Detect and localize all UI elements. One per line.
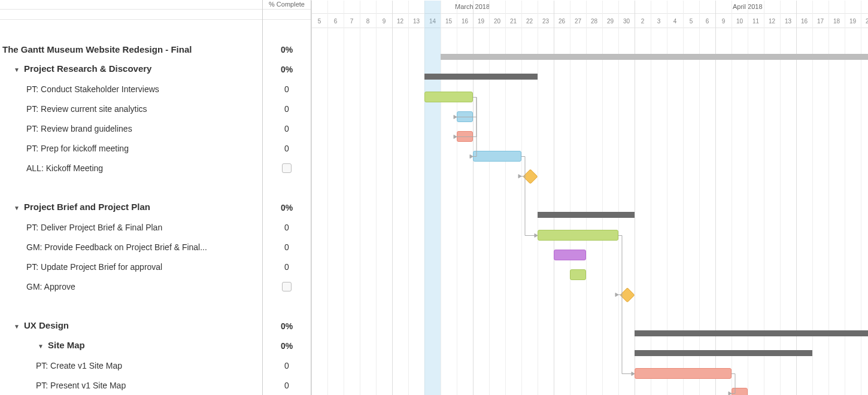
pct-complete-value: 0 [284, 84, 289, 94]
group-row[interactable]: ▼Project Brief and Project Plan [0, 198, 262, 217]
timeline-day-label: 23 [538, 14, 554, 28]
task-row[interactable]: PT: Review current site analytics [0, 99, 262, 118]
task-row[interactable]: PT: Prep for kickoff meeting [0, 138, 262, 158]
gantt-summary-bar[interactable] [538, 212, 635, 218]
pct-complete-value: 0% [281, 203, 293, 212]
timeline-day-label: 13 [780, 14, 796, 28]
task-row[interactable]: PT: Update Project Brief for approval [0, 257, 262, 276]
task-name-label: The Gantt Museum Website Redesign - Fina… [2, 44, 192, 54]
gantt-milestone[interactable] [620, 287, 635, 302]
gantt-task-bar[interactable] [538, 230, 618, 241]
gantt-summary-bar[interactable] [635, 350, 812, 356]
task-name-label: UX Design [24, 320, 69, 330]
gantt-task-bar[interactable] [424, 92, 473, 102]
task-name-label: PT: Deliver Project Brief & Final Plan [26, 223, 162, 232]
pct-complete-value: 0 [284, 104, 289, 114]
gantt-summary-bar[interactable] [441, 54, 868, 60]
timeline-day-label: 12 [392, 14, 408, 28]
gantt-task-bar[interactable] [554, 250, 586, 260]
task-name-label: PT: Prep for kickoff meeting [26, 144, 129, 153]
milestone-checkbox[interactable] [282, 163, 292, 173]
group-row[interactable]: ▼Site Map [0, 336, 262, 356]
gantt-timeline[interactable]: March 2018April 2018 5678912131415161920… [311, 0, 868, 395]
task-name-label: PT: Conduct Stakeholder Interviews [26, 84, 159, 94]
task-row[interactable]: PT: Create v1 Site Map [0, 356, 262, 375]
timeline-day-label: 11 [748, 14, 764, 28]
timeline-day-label: 22 [521, 14, 538, 28]
gantt-task-bar[interactable] [457, 131, 473, 142]
gantt-task-bar[interactable] [635, 368, 732, 379]
timeline-day-label: 5 [683, 14, 699, 28]
task-row[interactable]: PT: Present v1 Site Map [0, 375, 262, 395]
task-row[interactable]: PT: Review brand guidelines [0, 118, 262, 138]
task-name-label: PT: Present v1 Site Map [36, 381, 126, 390]
pct-complete-header: % Complete [263, 0, 311, 10]
gantt-task-bar[interactable] [732, 388, 748, 395]
task-row[interactable]: PT: Deliver Project Brief & Final Plan [0, 217, 262, 237]
task-name-label: PT: Create v1 Site Map [36, 361, 122, 370]
task-row[interactable]: GM: Approve [0, 276, 262, 296]
pct-complete-value: 0 [284, 262, 289, 272]
gantt-task-bar[interactable] [473, 151, 521, 162]
pct-complete-value: 0 [284, 242, 289, 252]
pct-complete-value: 0 [284, 361, 289, 370]
timeline-day-label: 18 [828, 14, 845, 28]
timeline-day-label: 9 [376, 14, 392, 28]
task-name-label: PT: Review current site analytics [26, 104, 147, 114]
gantt-task-bar[interactable] [457, 111, 473, 122]
pct-complete-column: % Complete 0%0%00000%0000%0%00 [263, 0, 311, 395]
timeline-day-label: 9 [715, 14, 732, 28]
task-name-label: Project Research & Discovery [24, 63, 151, 74]
timeline-day-label: 4 [667, 14, 683, 28]
timeline-day-label: 10 [732, 14, 748, 28]
collapse-caret-icon[interactable]: ▼ [36, 342, 45, 351]
pct-complete-value: 0 [284, 223, 289, 232]
timeline-day-label: 6 [327, 14, 344, 28]
task-list-panel: The Gantt Museum Website Redesign - Fina… [0, 0, 263, 395]
timeline-day-label: 8 [360, 14, 376, 28]
task-name-label: PT: Review brand guidelines [26, 124, 132, 133]
timeline-day-label: 28 [586, 14, 602, 28]
timeline-day-label: 26 [554, 14, 570, 28]
task-name-label: PT: Update Project Brief for approval [26, 262, 162, 272]
task-row[interactable]: PT: Conduct Stakeholder Interviews [0, 79, 262, 99]
timeline-day-label: 19 [473, 14, 489, 28]
timeline-day-label: 3 [651, 14, 667, 28]
task-name-label: Site Map [48, 340, 85, 350]
task-row[interactable]: ALL: Kickoff Meeting [0, 158, 262, 178]
project-title-row[interactable]: The Gantt Museum Website Redesign - Fina… [0, 40, 262, 59]
timeline-day-label: 7 [344, 14, 360, 28]
timeline-day-label: 16 [796, 14, 812, 28]
pct-complete-value: 0% [281, 341, 293, 351]
timeline-day-label: 17 [812, 14, 828, 28]
timeline-day-label: 16 [457, 14, 473, 28]
group-row[interactable]: ▼UX Design [0, 316, 262, 336]
gantt-milestone[interactable] [523, 169, 538, 184]
gantt-summary-bar[interactable] [635, 330, 868, 336]
pct-complete-value: 0% [281, 65, 293, 74]
timeline-day-label: 21 [505, 14, 521, 28]
timeline-day-label: 5 [311, 14, 327, 28]
timeline-day-label: 13 [408, 14, 424, 28]
gantt-summary-bar[interactable] [424, 74, 538, 80]
gantt-task-bar[interactable] [570, 269, 586, 280]
collapse-caret-icon[interactable]: ▼ [12, 322, 22, 332]
pct-complete-value: 0 [284, 381, 289, 390]
timeline-day-label: 15 [441, 14, 457, 28]
pct-complete-value: 0 [284, 144, 289, 153]
task-name-label: GM: Approve [26, 282, 75, 291]
task-name-label: GM: Provide Feedback on Project Brief & … [26, 242, 207, 252]
collapse-caret-icon[interactable]: ▼ [12, 65, 22, 75]
collapse-caret-icon[interactable]: ▼ [12, 203, 22, 213]
milestone-checkbox[interactable] [282, 282, 292, 291]
pct-complete-value: 0% [281, 321, 293, 331]
pct-complete-value: 0% [281, 45, 293, 54]
pct-complete-value: 0 [284, 124, 289, 133]
timeline-day-label: 27 [570, 14, 586, 28]
timeline-day-label: 29 [602, 14, 618, 28]
group-row[interactable]: ▼Project Research & Discovery [0, 59, 262, 79]
task-row[interactable]: GM: Provide Feedback on Project Brief & … [0, 237, 262, 257]
timeline-day-label: 12 [764, 14, 780, 28]
task-name-label: ALL: Kickoff Meeting [26, 163, 103, 173]
timeline-day-label: 2 [635, 14, 651, 28]
